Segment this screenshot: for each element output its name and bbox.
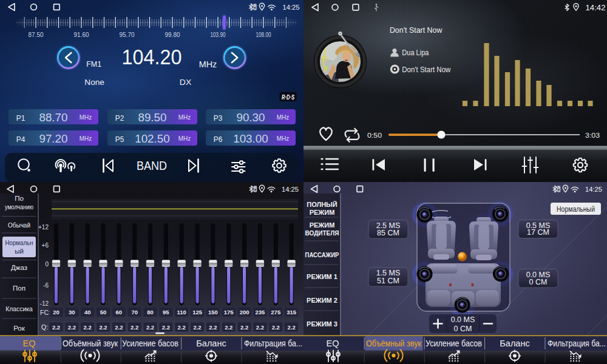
svg-text:3:03: 3:03: [585, 132, 600, 139]
svg-text:По: По: [15, 195, 24, 202]
svg-text:60: 60: [116, 309, 123, 315]
svg-text:+6: +6: [42, 242, 49, 249]
svg-text:P1: P1: [16, 114, 25, 123]
svg-text:Усиление басов: Усиление басов: [122, 339, 178, 348]
svg-text:None: None: [84, 78, 104, 87]
svg-text:235: 235: [255, 309, 265, 315]
svg-text:85 CM: 85 CM: [377, 229, 399, 237]
svg-text:0.0 MS: 0.0 MS: [451, 315, 475, 324]
svg-text:103.90: 103.90: [211, 31, 226, 38]
svg-text:14:25: 14:25: [282, 186, 299, 193]
svg-text:P3: P3: [214, 114, 223, 123]
svg-text:Объёмный звук: Объёмный звук: [366, 339, 422, 348]
svg-text:2.2: 2.2: [272, 324, 280, 331]
svg-text:MHz: MHz: [178, 113, 191, 121]
svg-text:2.2: 2.2: [115, 324, 123, 331]
svg-text:150: 150: [208, 309, 218, 315]
svg-text:ПОЛНЫЙ: ПОЛНЫЙ: [307, 201, 337, 208]
svg-text:14:42: 14:42: [586, 4, 606, 12]
svg-text:Нормальный: Нормальный: [557, 204, 595, 214]
svg-text:MHz: MHz: [80, 135, 92, 142]
svg-text:РЕЖИМ 3: РЕЖИМ 3: [307, 320, 337, 328]
svg-text:50: 50: [100, 309, 107, 315]
svg-text:30: 30: [69, 309, 75, 315]
svg-text:95: 95: [163, 309, 169, 315]
svg-text:+12: +12: [38, 224, 49, 231]
svg-text:110: 110: [177, 309, 186, 315]
svg-text:Q:: Q:: [41, 323, 48, 331]
svg-text:MHz: MHz: [199, 59, 217, 69]
svg-text:99.80: 99.80: [165, 31, 180, 38]
svg-text:Объёмный звук: Объёмный звук: [63, 339, 118, 348]
svg-text:2.2: 2.2: [178, 324, 186, 331]
svg-text:104.20: 104.20: [122, 45, 182, 69]
svg-text:Рок: Рок: [13, 325, 25, 332]
svg-text:Нормальн: Нормальн: [5, 239, 33, 246]
svg-text:102.50: 102.50: [135, 133, 170, 145]
svg-text:Обычай: Обычай: [8, 221, 30, 229]
svg-text:0:50: 0:50: [367, 132, 382, 139]
svg-text:91.60: 91.60: [74, 31, 89, 38]
svg-text:40: 40: [84, 309, 91, 315]
svg-text:Усиление басов: Усиление басов: [426, 339, 482, 348]
svg-text:2.2: 2.2: [240, 324, 248, 331]
svg-text:14:25: 14:25: [585, 186, 602, 193]
svg-text:P6: P6: [214, 135, 223, 144]
svg-text:P4: P4: [16, 135, 25, 144]
svg-text:Фильтрация ба...: Фильтрация ба...: [244, 339, 302, 348]
svg-text:Поп: Поп: [13, 285, 25, 292]
svg-text:2.2: 2.2: [131, 324, 138, 331]
svg-text:89.50: 89.50: [138, 112, 166, 124]
svg-text:Джаз: Джаз: [11, 264, 27, 271]
svg-text:95.70: 95.70: [120, 31, 135, 38]
svg-text:Don't Start Now: Don't Start Now: [402, 66, 451, 74]
svg-text:2.2: 2.2: [99, 324, 107, 331]
svg-text:2.2: 2.2: [52, 324, 60, 331]
svg-text:ВОДИТЕЛЯ: ВОДИТЕЛЯ: [305, 229, 339, 237]
svg-text:FC:: FC:: [40, 309, 50, 316]
svg-text:P2: P2: [115, 114, 124, 123]
svg-text:P5: P5: [115, 135, 124, 144]
svg-text:275: 275: [271, 309, 281, 315]
svg-text:175: 175: [224, 309, 234, 315]
svg-text:РЕЖИМ: РЕЖИМ: [310, 221, 335, 229]
svg-text:EQ: EQ: [23, 339, 36, 348]
svg-text:Баланс: Баланс: [500, 339, 529, 348]
svg-text:200: 200: [240, 309, 249, 315]
svg-text:51 CM: 51 CM: [377, 277, 399, 285]
svg-text:315: 315: [287, 309, 297, 315]
svg-text:РЕЖИМ 1: РЕЖИМ 1: [307, 273, 337, 280]
svg-text:90.30: 90.30: [236, 112, 265, 124]
svg-text:108.00: 108.00: [256, 31, 271, 38]
svg-text:88.70: 88.70: [39, 112, 67, 124]
svg-text:FM1: FM1: [86, 60, 101, 69]
svg-text:2.2: 2.2: [193, 324, 201, 331]
svg-text:BAND: BAND: [137, 159, 167, 172]
svg-text:ый: ый: [15, 248, 24, 255]
svg-text:80: 80: [147, 309, 154, 315]
svg-text:125: 125: [192, 309, 203, 315]
svg-text:2.2: 2.2: [287, 324, 295, 331]
svg-text:Don't Start Now: Don't Start Now: [390, 25, 443, 35]
svg-text:103.00: 103.00: [233, 133, 268, 145]
svg-text:0 CM: 0 CM: [454, 325, 472, 333]
svg-text:97.20: 97.20: [39, 133, 67, 145]
svg-text:MHz: MHz: [178, 135, 191, 142]
svg-text:70: 70: [131, 309, 138, 315]
svg-text:ПАССАЖИР: ПАССАЖИР: [305, 251, 339, 258]
svg-text:2.2: 2.2: [209, 324, 217, 331]
svg-text:Классика: Классика: [5, 305, 33, 312]
svg-text:MHz: MHz: [277, 135, 290, 142]
svg-text:0 CM: 0 CM: [529, 278, 548, 286]
svg-text:РЕЖИМ 2: РЕЖИМ 2: [307, 297, 337, 304]
svg-text:EQ: EQ: [327, 339, 339, 348]
svg-text:Баланс: Баланс: [196, 339, 226, 348]
svg-text:17 CM: 17 CM: [527, 228, 549, 237]
svg-text:DX: DX: [180, 78, 192, 87]
svg-text:20: 20: [53, 309, 59, 315]
svg-text:2.2: 2.2: [256, 324, 264, 331]
svg-text:MHz: MHz: [80, 113, 92, 121]
svg-text:R·D·S: R·D·S: [282, 93, 294, 101]
svg-text:0: 0: [45, 261, 49, 268]
svg-text:87.50: 87.50: [29, 31, 44, 38]
